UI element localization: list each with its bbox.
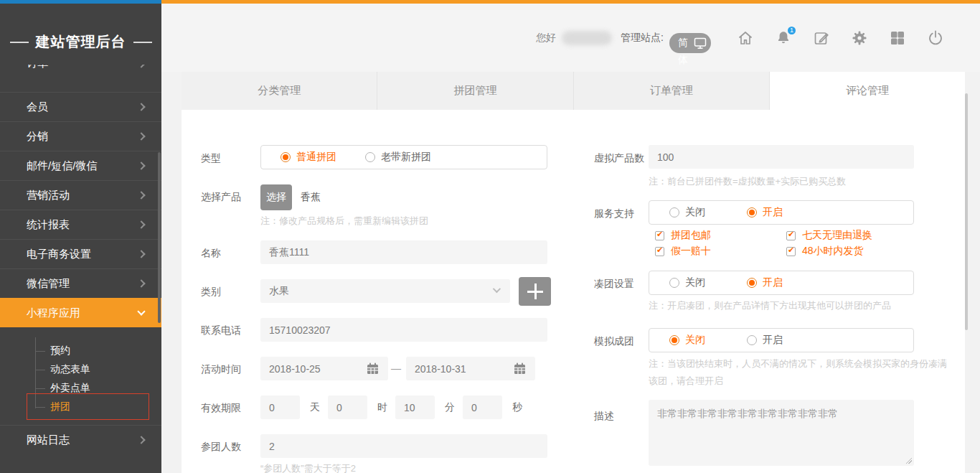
edit-icon[interactable]: [813, 29, 830, 47]
end-date-input[interactable]: 2018-10-31: [406, 357, 535, 380]
radio-icon: [669, 207, 679, 217]
tab[interactable]: 评论管理: [770, 72, 965, 110]
validity-field: 0 秒: [463, 395, 530, 419]
radio-simulate-on[interactable]: 开启: [747, 334, 783, 347]
choose-product-button[interactable]: 选择: [260, 184, 292, 210]
service-checkbox[interactable]: 拼团包邮: [655, 229, 786, 242]
plus-icon: [527, 284, 543, 299]
chevron-down-icon: [137, 307, 145, 315]
service-checkbox[interactable]: 假一赔十: [655, 245, 786, 258]
simulate-label: 模拟成团: [594, 335, 634, 348]
add-category-button[interactable]: [519, 277, 551, 306]
app-title: 建站管理后台: [0, 32, 161, 52]
validity-value-input[interactable]: 0: [463, 395, 502, 419]
radio-icon: [747, 335, 757, 345]
category-select[interactable]: 水果: [260, 279, 510, 303]
validity-fields: 0 天 0 时 10 分 0 秒: [260, 395, 530, 419]
tab-label: 拼团管理: [453, 84, 496, 98]
validity-value-input[interactable]: 0: [328, 395, 367, 419]
checkbox-icon: [786, 247, 796, 256]
chevron-right-icon: [137, 250, 145, 258]
resize-handle-icon[interactable]: [905, 457, 912, 464]
form-panel: 类型 普通拼团 老带新拼团 选择产品 选择 香蕉 注：修改产品规格后，需重新编辑…: [182, 110, 965, 473]
tab[interactable]: 拼团管理: [377, 72, 573, 110]
tab-bar: 分类管理 拼团管理 订单管理 评论管理: [182, 72, 965, 110]
virtual-count-input[interactable]: 100: [649, 145, 914, 169]
radio-normal-group-buy[interactable]: 普通拼团: [281, 151, 336, 164]
sidebar-item[interactable]: 邮件/短信/微信: [0, 151, 161, 180]
calendar-icon[interactable]: [366, 362, 380, 375]
description-label: 描述: [594, 410, 614, 423]
radio-gather-off[interactable]: 关闭: [669, 276, 705, 289]
validity-field: 10 分: [395, 395, 463, 419]
start-date-input[interactable]: 2018-10-25: [260, 357, 388, 380]
type-label: 类型: [201, 152, 221, 165]
name-input[interactable]: 香蕉1111: [260, 240, 547, 264]
sidebar-item[interactable]: 会员: [0, 92, 161, 121]
description-textarea[interactable]: 非常非常非常非常非常非常非常非常非常: [649, 400, 914, 466]
simulate-note: 注：当该团快结束时，人员不满的情况下，则系统会模拟买家的身份凑满该团，请合理开启: [649, 355, 953, 390]
validity-value-input[interactable]: 0: [260, 395, 300, 419]
product-label: 选择产品: [201, 191, 241, 204]
calendar-icon[interactable]: [513, 362, 527, 375]
simulate-radio-group: 关闭 开启: [649, 328, 914, 352]
tab-label: 评论管理: [846, 84, 889, 98]
group-size-input[interactable]: 2: [260, 434, 547, 458]
category-label: 类别: [201, 286, 221, 299]
phone-input[interactable]: 15710023207: [260, 318, 547, 342]
apps-grid-icon[interactable]: [889, 29, 906, 47]
validity-field: 0 时: [328, 395, 395, 419]
gear-icon[interactable]: [851, 29, 868, 47]
service-checkbox[interactable]: 七天无理由退换: [786, 229, 928, 242]
chevron-right-icon: [137, 161, 145, 169]
tab[interactable]: 分类管理: [182, 72, 377, 110]
sidebar-item-clipped[interactable]: 订单: [0, 65, 161, 92]
tab[interactable]: 订单管理: [574, 72, 770, 110]
radio-referral-group-buy[interactable]: 老带新拼团: [365, 151, 431, 164]
sidebar-item[interactable]: 电子商务设置: [0, 239, 161, 268]
sidebar-item-site-logs[interactable]: 网站日志: [0, 425, 161, 454]
gather-radio-group: 关闭 开启: [649, 271, 914, 295]
sidebar-item-label: 微信管理: [27, 277, 70, 291]
sidebar-item[interactable]: 统计报表: [0, 210, 161, 239]
language-selector[interactable]: 简 体: [669, 33, 711, 53]
radio-icon: [669, 335, 679, 345]
sidebar-item[interactable]: 微信管理: [0, 268, 161, 298]
content-scrollbar[interactable]: [965, 93, 968, 330]
sidebar-scrollbar[interactable]: [158, 152, 161, 323]
sidebar-subitem-label: 预约: [50, 345, 70, 357]
radio-service-on[interactable]: 开启: [747, 206, 783, 219]
sidebar-subitem[interactable]: 动态表单: [0, 360, 161, 379]
tab-label: 分类管理: [258, 84, 301, 98]
checkbox-icon: [655, 231, 664, 240]
home-icon[interactable]: [737, 29, 754, 47]
radio-icon: [747, 207, 757, 217]
radio-gather-on[interactable]: 开启: [747, 276, 783, 289]
chevron-right-icon: [137, 279, 145, 287]
product-note: 注：修改产品规格后，需重新编辑该拼团: [260, 215, 428, 228]
sidebar-menu: 会员 分销 邮件/短信/微信 营销活动 统计报表 电子商务设置: [0, 92, 161, 454]
chevron-right-icon: [137, 132, 145, 140]
sidebar-subitem[interactable]: 预约: [0, 342, 161, 360]
notification-badge: 1: [786, 25, 797, 36]
service-support-label: 服务支持: [594, 207, 634, 220]
radio-service-off[interactable]: 关闭: [669, 206, 705, 219]
sidebar-item-label: 营销活动: [27, 189, 70, 202]
power-icon[interactable]: [927, 29, 944, 47]
bell-icon[interactable]: 1: [775, 29, 792, 47]
sidebar-items: 会员 分销 邮件/短信/微信 营销活动 统计报表 电子商务设置: [0, 92, 161, 298]
checkbox-icon: [786, 231, 796, 240]
virtual-count-label: 虚拟产品数: [594, 152, 644, 165]
sidebar-item-mini-program-apps[interactable]: 小程序应用: [0, 298, 161, 327]
radio-simulate-off[interactable]: 关闭: [669, 334, 705, 347]
greeting-text: 您好: [536, 32, 556, 45]
validity-unit-label: 时: [377, 401, 387, 414]
sidebar-item[interactable]: 分销: [0, 121, 161, 151]
language-pill[interactable]: 简: [669, 33, 711, 53]
validity-value-input[interactable]: 10: [395, 395, 435, 419]
service-checkbox[interactable]: 48小时内发货: [786, 245, 928, 258]
sidebar-item[interactable]: 营销活动: [0, 180, 161, 210]
validity-field: 0 天: [260, 395, 328, 419]
header: 您好 管理站点: 简 体: [161, 4, 980, 72]
chevron-right-icon: [137, 220, 145, 228]
